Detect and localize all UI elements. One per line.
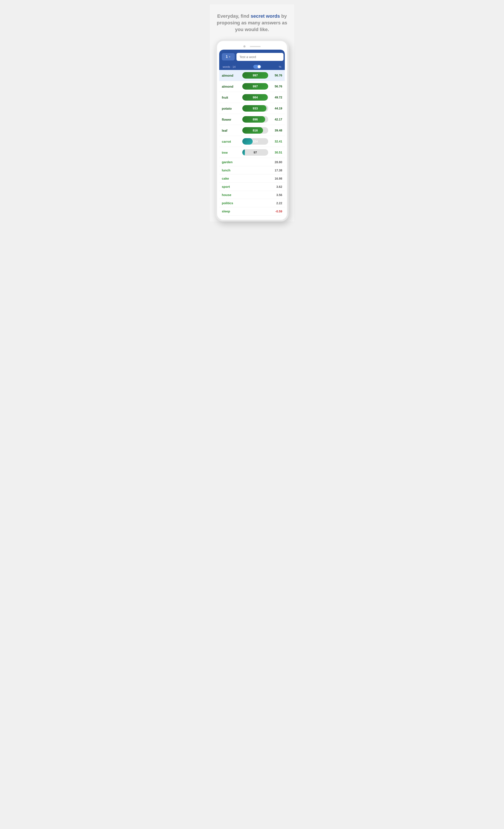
- word-row: house3.56: [219, 191, 285, 199]
- pill-fill: [242, 138, 253, 145]
- score-number: 816: [253, 129, 258, 132]
- score-bar-container: 933: [239, 105, 271, 112]
- phone-frame: 1 ▼ ↺ ⚽ words · 14: [215, 39, 289, 221]
- score-pill: 324: [242, 138, 268, 145]
- score-bar-container: 896: [239, 116, 271, 122]
- word-name: flower: [222, 118, 239, 121]
- score-value: 42.17: [271, 118, 282, 121]
- score-pill: 997: [242, 83, 268, 89]
- score-number: 933: [253, 107, 258, 110]
- phone-notch: [219, 45, 285, 47]
- top-bar: 1 ▼ ↺ ⚽: [222, 52, 282, 61]
- score-number: 997: [253, 74, 258, 77]
- word-row: leaf81639.48: [219, 125, 285, 136]
- headline: Everyday, find secret words by proposing…: [210, 13, 294, 39]
- score-value: -0.59: [271, 210, 282, 213]
- word-name: cake: [222, 177, 239, 180]
- score-value: 28.80: [271, 160, 282, 164]
- word-row: potato93344.19: [219, 103, 285, 114]
- score-bar-container: 97: [239, 149, 271, 156]
- pill-fill: [242, 149, 245, 156]
- number-value: 1: [226, 55, 228, 59]
- word-name: almond: [222, 85, 239, 88]
- stats-bar: words · 14 %: [222, 64, 282, 70]
- toggle-control[interactable]: [253, 65, 261, 69]
- word-name: carrot: [222, 140, 239, 143]
- word-name: tree: [222, 151, 239, 154]
- score-pill: 97: [242, 149, 268, 156]
- headline-part1: Everyday, find: [217, 13, 251, 19]
- score-bar-container: 816: [239, 127, 271, 134]
- score-value: 49.72: [271, 96, 282, 99]
- score-bar-container: 997: [239, 72, 271, 79]
- score-number: 997: [253, 85, 258, 88]
- score-value: 56.76: [271, 85, 282, 88]
- speaker-bar: [250, 46, 261, 47]
- score-pill: 816: [242, 127, 268, 134]
- word-name: leaf: [222, 129, 239, 132]
- word-row: sport3.62: [219, 183, 285, 191]
- word-name: almond: [222, 74, 239, 77]
- score-value: 3.62: [271, 185, 282, 188]
- word-name: sleep: [222, 209, 239, 213]
- score-bar-container: 324: [239, 138, 271, 145]
- score-bar-container: 984: [239, 94, 271, 101]
- word-row: almond99756.76: [219, 70, 285, 81]
- score-pill: 997: [242, 72, 268, 79]
- word-test-input[interactable]: [236, 53, 283, 61]
- score-value: 17.38: [271, 169, 282, 172]
- word-name: potato: [222, 107, 239, 110]
- app-content: 1 ▼ ↺ ⚽ words · 14: [219, 50, 285, 215]
- score-pill: 933: [242, 105, 268, 112]
- score-value: 3.56: [271, 193, 282, 197]
- chevron-down-icon: ▼: [229, 56, 231, 58]
- score-value: 39.48: [271, 129, 282, 132]
- word-row: cake16.98: [219, 174, 285, 183]
- toggle-switch[interactable]: [253, 65, 261, 69]
- word-name: garden: [222, 160, 239, 164]
- word-row: almond99756.76: [219, 81, 285, 92]
- score-value: 16.98: [271, 177, 282, 180]
- score-value: 30.51: [271, 151, 282, 154]
- app-header: 1 ▼ ↺ ⚽ words · 14: [219, 50, 285, 70]
- camera-dot: [243, 45, 245, 47]
- score-value: 32.41: [271, 140, 282, 143]
- page-container: Everyday, find secret words by proposing…: [210, 4, 294, 221]
- word-row: garden28.80: [219, 158, 285, 166]
- word-row: flower89642.17: [219, 114, 285, 125]
- word-name: lunch: [222, 169, 239, 172]
- number-selector[interactable]: 1 ▼: [222, 53, 235, 61]
- word-row: sleep-0.59: [219, 207, 285, 215]
- score-value: 56.76: [271, 74, 282, 77]
- score-bar-container: 997: [239, 83, 271, 89]
- word-name: sport: [222, 185, 239, 188]
- score-pill: 984: [242, 94, 268, 101]
- score-number: 97: [254, 151, 257, 154]
- word-row: carrot32432.41: [219, 136, 285, 147]
- score-number: 324: [253, 140, 258, 143]
- score-pill: 896: [242, 116, 268, 122]
- score-value: 2.22: [271, 202, 282, 205]
- phone-wrapper: 1 ▼ ↺ ⚽ words · 14: [215, 39, 289, 221]
- word-row: tree9730.51: [219, 147, 285, 158]
- headline-accent: secret words: [251, 13, 280, 19]
- word-row: fruit98449.72: [219, 92, 285, 103]
- score-number: 984: [253, 96, 258, 99]
- score-number: 896: [253, 118, 258, 121]
- word-name: house: [222, 193, 239, 197]
- word-name: fruit: [222, 96, 239, 99]
- score-value: 44.19: [271, 107, 282, 110]
- word-row: politics2.22: [219, 199, 285, 207]
- word-name: politics: [222, 201, 239, 205]
- words-count: words · 14: [223, 65, 236, 68]
- percent-label: %: [279, 65, 281, 68]
- word-row: lunch17.38: [219, 166, 285, 174]
- words-list: almond99756.76almond99756.76fruit98449.7…: [219, 70, 285, 215]
